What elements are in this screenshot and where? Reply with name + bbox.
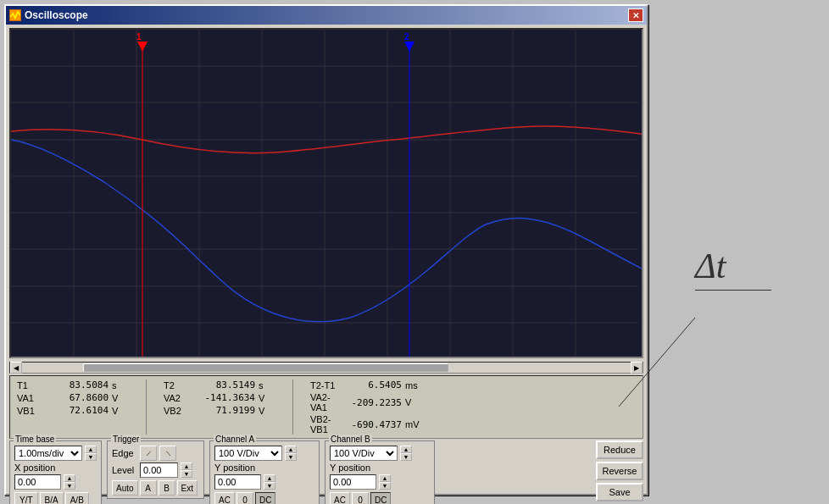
edge-fall-button[interactable]: ⟍	[159, 446, 176, 461]
t1-group: T1 83.5084 s VA1 67.8600 V VB1 72.6104 V	[17, 379, 129, 435]
timebase-spinner[interactable]: ▲ ▼	[85, 446, 97, 461]
trigger-level-input[interactable]	[140, 462, 178, 478]
level-label: Level	[112, 465, 137, 475]
ba-button[interactable]: B/A	[40, 492, 64, 504]
timebase-label: Time base	[14, 435, 56, 444]
cha-ypos-down[interactable]: ▼	[264, 482, 275, 490]
chb-up[interactable]: ▲	[400, 446, 412, 453]
va2-unit: V	[259, 393, 275, 403]
chb-ac-button[interactable]: AC	[330, 492, 350, 504]
level-down[interactable]: ▼	[181, 470, 192, 478]
scroll-left-button[interactable]: ◀	[10, 362, 22, 374]
yt-button[interactable]: Y/T	[14, 492, 38, 504]
va2va1-value: -209.2235	[341, 397, 402, 408]
va2-label: VA2	[164, 393, 191, 403]
close-button[interactable]: ✕	[628, 8, 643, 22]
chb-ypos-input[interactable]	[330, 474, 376, 490]
oscilloscope-window: Oscilloscope ✕	[4, 4, 648, 496]
divider-2	[292, 379, 293, 435]
channel-a-select[interactable]: 100 V/Div	[214, 446, 282, 461]
t2-group: T2 83.5149 s VA2 -141.3634 V VB2 71.9199…	[164, 379, 275, 435]
reduce-button[interactable]: Reduce	[596, 440, 643, 459]
xpos-input[interactable]	[14, 474, 61, 490]
svg-text:2: 2	[404, 32, 409, 42]
cha-down[interactable]: ▼	[285, 453, 297, 461]
scrollbar-thumb[interactable]	[83, 363, 448, 372]
chb-dc-button[interactable]: DC	[370, 492, 391, 504]
cha-ypos-spinner[interactable]: ▲ ▼	[264, 474, 275, 490]
window-title: Oscilloscope	[25, 9, 88, 21]
cha-ypos-up[interactable]: ▲	[264, 474, 275, 482]
horizontal-scrollbar[interactable]: ◀ ▶	[9, 362, 643, 374]
scrollbar-track	[22, 363, 631, 372]
controls-panel: Time base 1.00ms/div ▲ ▼ X position ▲ ▼	[9, 440, 643, 504]
chb-ypos-down[interactable]: ▼	[379, 482, 391, 490]
va2va1-label: VA2-VA1	[310, 392, 337, 413]
xpos-spinner[interactable]: ▲ ▼	[64, 474, 75, 490]
scope-screen: 1 2	[11, 30, 642, 357]
timebase-select[interactable]: 1.00ms/div	[14, 446, 82, 461]
scroll-right-button[interactable]: ▶	[631, 362, 643, 374]
delta-t-text: Δt	[695, 246, 771, 286]
cha-ac-button[interactable]: AC	[214, 492, 235, 504]
t1-value: 83.5084	[47, 379, 108, 390]
trigger-auto-button[interactable]: Auto	[112, 480, 138, 496]
scope-display: 1 2	[9, 28, 643, 358]
vb1-unit: V	[112, 406, 129, 416]
action-buttons: Reduce Reverse Save	[596, 440, 643, 501]
level-up[interactable]: ▲	[181, 462, 192, 470]
app-icon	[9, 9, 21, 21]
chb-ypos-up[interactable]: ▲	[379, 474, 391, 482]
t1-label: T1	[17, 380, 44, 390]
edge-label: Edge	[112, 448, 137, 458]
cha-zero-button[interactable]: 0	[236, 492, 253, 504]
cha-up[interactable]: ▲	[285, 446, 297, 453]
trigger-ext-button[interactable]: Ext	[177, 480, 198, 496]
channel-b-spinner[interactable]: ▲ ▼	[400, 446, 412, 461]
chb-ypos-spinner[interactable]: ▲ ▼	[379, 474, 391, 490]
xpos-up[interactable]: ▲	[64, 474, 75, 482]
delta-t-underline	[695, 290, 771, 291]
trigger-label: Trigger	[111, 435, 141, 444]
timebase-group: Time base 1.00ms/div ▲ ▼ X position ▲ ▼	[9, 440, 102, 504]
va2-value: -141.3634	[194, 392, 255, 403]
timebase-up[interactable]: ▲	[85, 446, 97, 453]
level-spinner[interactable]: ▲ ▼	[181, 462, 192, 478]
xpos-label: X position	[14, 462, 55, 473]
vb1-value: 72.6104	[47, 405, 108, 416]
t2t1-unit: ms	[405, 380, 422, 390]
chb-zero-button[interactable]: 0	[352, 492, 369, 504]
cha-ypos-label: Y position	[214, 462, 255, 473]
xpos-down[interactable]: ▼	[64, 482, 75, 490]
vb1-label: VB1	[17, 406, 44, 416]
va1-value: 67.8600	[47, 392, 108, 403]
vb2vb1-value: -690.4737	[341, 419, 402, 430]
save-button[interactable]: Save	[596, 483, 643, 501]
vb2-value: 71.9199	[194, 405, 255, 416]
delta-t-annotation: Δt	[695, 246, 771, 291]
chb-down[interactable]: ▼	[400, 453, 412, 461]
t2-value: 83.5149	[194, 379, 255, 390]
svg-marker-19	[137, 42, 147, 52]
vb2vb1-unit: mV	[405, 419, 422, 429]
t2t1-label: T2-T1	[310, 380, 337, 390]
vb2-unit: V	[259, 406, 275, 416]
chb-ypos-label: Y position	[330, 462, 370, 473]
reverse-button[interactable]: Reverse	[596, 462, 643, 480]
cha-ypos-input[interactable]	[214, 474, 261, 490]
trigger-b-button[interactable]: B	[159, 480, 175, 496]
trigger-group: Trigger Edge ⟋ ⟍ Level ▲ ▼ Auto A B Ext	[107, 440, 204, 499]
channel-a-label: Channel A	[214, 435, 256, 444]
va2va1-unit: V	[405, 397, 422, 407]
measurements-panel: T1 83.5084 s VA1 67.8600 V VB1 72.6104 V…	[9, 375, 643, 439]
title-bar: Oscilloscope ✕	[6, 6, 647, 25]
trigger-a-button[interactable]: A	[140, 480, 157, 496]
timebase-down[interactable]: ▼	[85, 453, 97, 461]
channel-b-select[interactable]: 100 V/Div	[330, 446, 398, 461]
divider-1	[146, 379, 147, 435]
cha-dc-button[interactable]: DC	[255, 492, 275, 504]
ab-button[interactable]: A/B	[65, 492, 89, 504]
t2t1-value: 6.5405	[341, 379, 402, 390]
channel-a-spinner[interactable]: ▲ ▼	[285, 446, 297, 461]
edge-rise-button[interactable]: ⟋	[140, 446, 157, 461]
